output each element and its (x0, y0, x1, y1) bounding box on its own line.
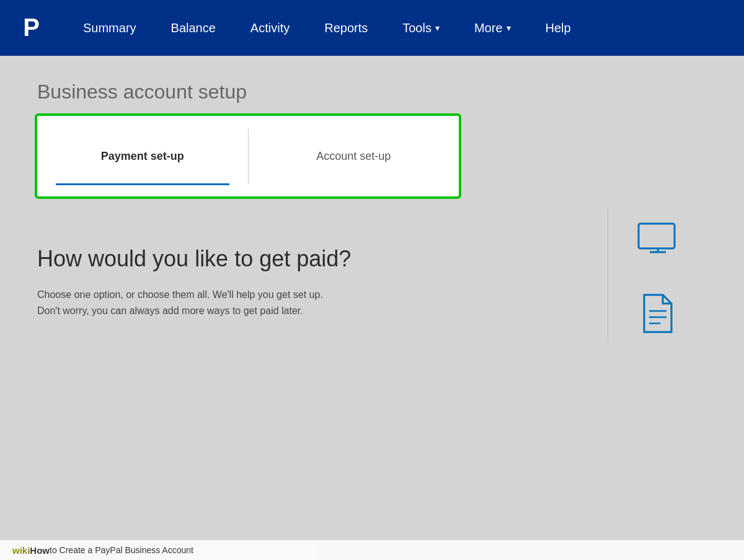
content-section: How would you like to get paid? Choose o… (37, 209, 707, 343)
tab-account-setup[interactable]: Account set-up (249, 116, 459, 196)
tab-payment-setup-label: Payment set-up (101, 150, 184, 163)
paypal-logo-icon: P (19, 14, 47, 42)
nav-item-more[interactable]: More ▾ (457, 0, 528, 56)
nav-items: Summary Balance Activity Reports Tools ▾… (66, 0, 725, 56)
logo[interactable]: P (19, 14, 47, 42)
monitor-icon (636, 221, 680, 261)
tabs-container: Payment set-up Account set-up (37, 116, 459, 196)
nav-item-summary[interactable]: Summary (66, 0, 154, 56)
tools-chevron-icon: ▾ (435, 23, 440, 33)
content-description: Choose one option, or choose them all. W… (37, 287, 409, 318)
navbar: P Summary Balance Activity Reports Tools… (0, 0, 744, 56)
wikihow-wiki: wiki (12, 545, 30, 556)
content-sidebar (608, 209, 707, 343)
page-title: Business account setup (37, 81, 707, 103)
svg-rect-1 (639, 224, 675, 248)
nav-item-activity[interactable]: Activity (233, 0, 307, 56)
svg-text:P: P (23, 15, 40, 41)
tab-active-indicator (56, 183, 229, 185)
document-icon (639, 292, 676, 336)
wikihow-rest: to Create a PayPal Business Account (50, 545, 193, 555)
content-main: How would you like to get paid? Choose o… (37, 209, 595, 343)
nav-item-tools[interactable]: Tools ▾ (385, 0, 457, 56)
nav-item-reports[interactable]: Reports (307, 0, 385, 56)
tab-account-setup-label: Account set-up (316, 150, 391, 163)
content-heading: How would you like to get paid? (37, 246, 595, 272)
nav-item-help[interactable]: Help (528, 0, 588, 56)
nav-item-balance[interactable]: Balance (154, 0, 233, 56)
wikihow-bar: wikiHow to Create a PayPal Business Acco… (0, 540, 744, 560)
wikihow-how: How (30, 545, 50, 556)
main-content: Business account setup Payment set-up Ac… (0, 56, 744, 368)
tab-payment-setup[interactable]: Payment set-up (37, 116, 248, 196)
more-chevron-icon: ▾ (507, 23, 511, 33)
